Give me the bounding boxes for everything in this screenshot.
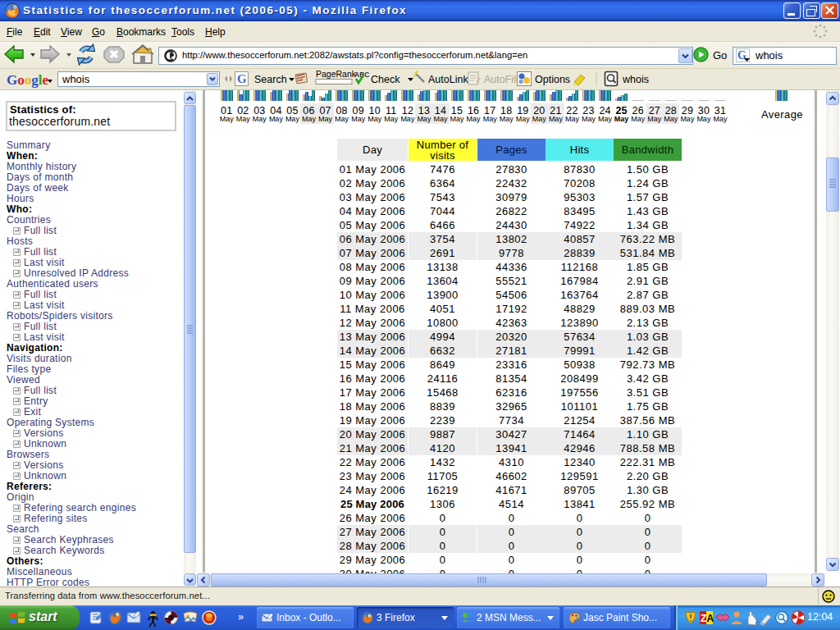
svg-text:A: A [707,613,714,624]
svg-text:Z: Z [701,613,706,624]
